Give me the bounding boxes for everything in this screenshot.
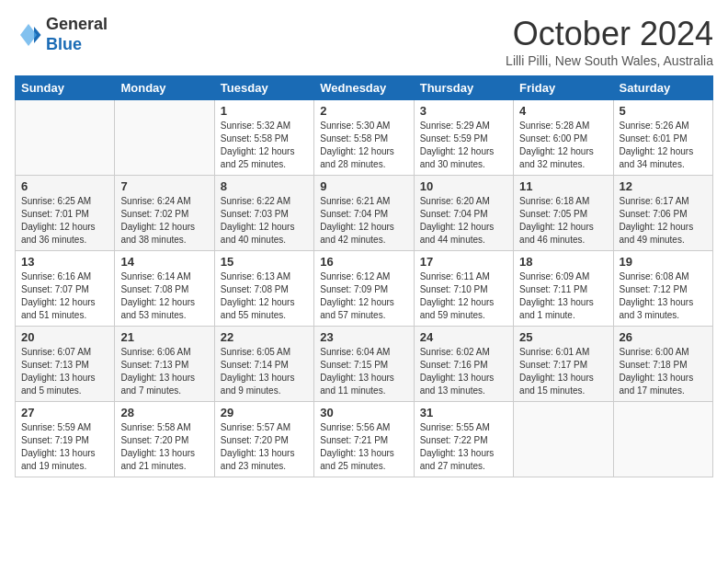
calendar-cell: 11Sunrise: 6:18 AM Sunset: 7:05 PM Dayli… bbox=[514, 176, 613, 251]
day-info: Sunrise: 6:04 AM Sunset: 7:15 PM Dayligh… bbox=[320, 346, 407, 397]
day-number: 29 bbox=[221, 406, 308, 419]
calendar-cell: 23Sunrise: 6:04 AM Sunset: 7:15 PM Dayli… bbox=[314, 327, 414, 402]
day-info: Sunrise: 5:56 AM Sunset: 7:21 PM Dayligh… bbox=[320, 421, 407, 473]
day-info: Sunrise: 5:32 AM Sunset: 5:58 PM Dayligh… bbox=[221, 120, 308, 171]
day-number: 23 bbox=[320, 330, 407, 344]
day-info: Sunrise: 6:13 AM Sunset: 7:08 PM Dayligh… bbox=[221, 270, 308, 322]
day-header-saturday: Saturday bbox=[613, 76, 712, 100]
calendar-cell: 24Sunrise: 6:02 AM Sunset: 7:16 PM Dayli… bbox=[414, 327, 513, 402]
day-header-monday: Monday bbox=[115, 76, 214, 100]
calendar-week-2: 6Sunrise: 6:25 AM Sunset: 7:01 PM Daylig… bbox=[16, 176, 713, 251]
day-info: Sunrise: 5:30 AM Sunset: 5:58 PM Dayligh… bbox=[320, 120, 407, 171]
day-info: Sunrise: 6:01 AM Sunset: 7:17 PM Dayligh… bbox=[519, 346, 607, 397]
calendar-cell: 13Sunrise: 6:16 AM Sunset: 7:07 PM Dayli… bbox=[16, 251, 115, 327]
day-info: Sunrise: 6:06 AM Sunset: 7:13 PM Dayligh… bbox=[120, 346, 208, 397]
day-header-wednesday: Wednesday bbox=[314, 76, 414, 100]
day-number: 13 bbox=[21, 255, 108, 269]
day-number: 28 bbox=[120, 406, 208, 419]
day-number: 24 bbox=[420, 330, 507, 344]
day-info: Sunrise: 6:05 AM Sunset: 7:14 PM Dayligh… bbox=[221, 346, 308, 397]
day-number: 30 bbox=[320, 406, 407, 419]
calendar-cell: 16Sunrise: 6:12 AM Sunset: 7:09 PM Dayli… bbox=[314, 251, 414, 327]
day-number: 16 bbox=[320, 255, 407, 269]
day-number: 5 bbox=[620, 104, 707, 118]
day-number: 4 bbox=[519, 104, 607, 118]
day-info: Sunrise: 6:25 AM Sunset: 7:01 PM Dayligh… bbox=[21, 195, 108, 247]
calendar-cell: 7Sunrise: 6:24 AM Sunset: 7:02 PM Daylig… bbox=[115, 176, 214, 251]
day-number: 14 bbox=[120, 255, 208, 269]
logo: General Blue bbox=[15, 15, 108, 54]
calendar-cell bbox=[115, 100, 214, 176]
calendar-week-3: 13Sunrise: 6:16 AM Sunset: 7:07 PM Dayli… bbox=[16, 251, 713, 327]
calendar-cell: 3Sunrise: 5:29 AM Sunset: 5:59 PM Daylig… bbox=[414, 100, 513, 176]
day-number: 11 bbox=[519, 179, 607, 193]
day-number: 21 bbox=[120, 330, 208, 344]
day-info: Sunrise: 5:29 AM Sunset: 5:59 PM Dayligh… bbox=[420, 120, 507, 171]
day-number: 17 bbox=[420, 255, 507, 269]
month-title: October 2024 bbox=[506, 15, 713, 53]
day-info: Sunrise: 5:55 AM Sunset: 7:22 PM Dayligh… bbox=[420, 421, 507, 473]
days-header-row: SundayMondayTuesdayWednesdayThursdayFrid… bbox=[16, 76, 713, 100]
day-number: 18 bbox=[519, 255, 607, 269]
day-number: 31 bbox=[420, 406, 507, 419]
calendar-cell: 31Sunrise: 5:55 AM Sunset: 7:22 PM Dayli… bbox=[414, 402, 513, 477]
calendar-cell: 19Sunrise: 6:08 AM Sunset: 7:12 PM Dayli… bbox=[613, 251, 712, 327]
calendar-cell: 29Sunrise: 5:57 AM Sunset: 7:20 PM Dayli… bbox=[214, 402, 313, 477]
calendar-cell: 4Sunrise: 5:28 AM Sunset: 6:00 PM Daylig… bbox=[514, 100, 613, 176]
day-number: 22 bbox=[221, 330, 308, 344]
calendar-cell: 27Sunrise: 5:59 AM Sunset: 7:19 PM Dayli… bbox=[16, 402, 115, 477]
calendar-cell: 14Sunrise: 6:14 AM Sunset: 7:08 PM Dayli… bbox=[115, 251, 214, 327]
day-number: 3 bbox=[420, 104, 507, 118]
day-info: Sunrise: 6:22 AM Sunset: 7:03 PM Dayligh… bbox=[221, 195, 308, 247]
calendar-week-5: 27Sunrise: 5:59 AM Sunset: 7:19 PM Dayli… bbox=[16, 402, 713, 477]
calendar-cell: 20Sunrise: 6:07 AM Sunset: 7:13 PM Dayli… bbox=[16, 327, 115, 402]
day-header-thursday: Thursday bbox=[414, 76, 513, 100]
day-info: Sunrise: 6:16 AM Sunset: 7:07 PM Dayligh… bbox=[21, 270, 108, 322]
day-info: Sunrise: 6:00 AM Sunset: 7:18 PM Dayligh… bbox=[620, 346, 707, 397]
page-header: General Blue October 2024 Lilli Pilli, N… bbox=[15, 15, 713, 68]
day-number: 8 bbox=[221, 179, 308, 193]
calendar-cell: 2Sunrise: 5:30 AM Sunset: 5:58 PM Daylig… bbox=[314, 100, 414, 176]
day-info: Sunrise: 6:12 AM Sunset: 7:09 PM Dayligh… bbox=[320, 270, 407, 322]
calendar-cell: 22Sunrise: 6:05 AM Sunset: 7:14 PM Dayli… bbox=[214, 327, 313, 402]
day-info: Sunrise: 6:09 AM Sunset: 7:11 PM Dayligh… bbox=[519, 270, 607, 322]
day-header-friday: Friday bbox=[514, 76, 613, 100]
day-number: 10 bbox=[420, 179, 507, 193]
day-info: Sunrise: 5:26 AM Sunset: 6:01 PM Dayligh… bbox=[620, 120, 707, 171]
day-info: Sunrise: 5:28 AM Sunset: 6:00 PM Dayligh… bbox=[519, 120, 607, 171]
title-area: October 2024 Lilli Pilli, New South Wale… bbox=[506, 15, 713, 68]
calendar-cell bbox=[613, 402, 712, 477]
day-info: Sunrise: 6:24 AM Sunset: 7:02 PM Dayligh… bbox=[120, 195, 208, 247]
calendar-week-4: 20Sunrise: 6:07 AM Sunset: 7:13 PM Dayli… bbox=[16, 327, 713, 402]
day-info: Sunrise: 5:58 AM Sunset: 7:20 PM Dayligh… bbox=[120, 421, 208, 473]
day-number: 15 bbox=[221, 255, 308, 269]
day-info: Sunrise: 6:02 AM Sunset: 7:16 PM Dayligh… bbox=[420, 346, 507, 397]
calendar-cell bbox=[514, 402, 613, 477]
day-info: Sunrise: 6:18 AM Sunset: 7:05 PM Dayligh… bbox=[519, 195, 607, 247]
day-header-tuesday: Tuesday bbox=[214, 76, 313, 100]
location: Lilli Pilli, New South Wales, Australia bbox=[506, 53, 713, 68]
day-number: 26 bbox=[620, 330, 707, 344]
day-number: 27 bbox=[21, 406, 108, 419]
day-number: 12 bbox=[620, 179, 707, 193]
day-info: Sunrise: 6:21 AM Sunset: 7:04 PM Dayligh… bbox=[320, 195, 407, 247]
calendar-cell: 10Sunrise: 6:20 AM Sunset: 7:04 PM Dayli… bbox=[414, 176, 513, 251]
calendar-cell: 26Sunrise: 6:00 AM Sunset: 7:18 PM Dayli… bbox=[613, 327, 712, 402]
calendar-cell: 18Sunrise: 6:09 AM Sunset: 7:11 PM Dayli… bbox=[514, 251, 613, 327]
day-info: Sunrise: 6:14 AM Sunset: 7:08 PM Dayligh… bbox=[120, 270, 208, 322]
day-info: Sunrise: 6:20 AM Sunset: 7:04 PM Dayligh… bbox=[420, 195, 507, 247]
day-number: 19 bbox=[620, 255, 707, 269]
calendar-week-1: 1Sunrise: 5:32 AM Sunset: 5:58 PM Daylig… bbox=[16, 100, 713, 176]
calendar-cell: 21Sunrise: 6:06 AM Sunset: 7:13 PM Dayli… bbox=[115, 327, 214, 402]
logo-icon bbox=[15, 21, 42, 49]
day-info: Sunrise: 6:08 AM Sunset: 7:12 PM Dayligh… bbox=[620, 270, 707, 322]
logo-text: General Blue bbox=[46, 15, 108, 54]
calendar-cell: 6Sunrise: 6:25 AM Sunset: 7:01 PM Daylig… bbox=[16, 176, 115, 251]
calendar-cell: 12Sunrise: 6:17 AM Sunset: 7:06 PM Dayli… bbox=[613, 176, 712, 251]
day-header-sunday: Sunday bbox=[16, 76, 115, 100]
day-number: 20 bbox=[21, 330, 108, 344]
day-info: Sunrise: 5:59 AM Sunset: 7:19 PM Dayligh… bbox=[21, 421, 108, 473]
calendar-table: SundayMondayTuesdayWednesdayThursdayFrid… bbox=[15, 75, 713, 477]
calendar-cell: 25Sunrise: 6:01 AM Sunset: 7:17 PM Dayli… bbox=[514, 327, 613, 402]
calendar-cell: 15Sunrise: 6:13 AM Sunset: 7:08 PM Dayli… bbox=[214, 251, 313, 327]
